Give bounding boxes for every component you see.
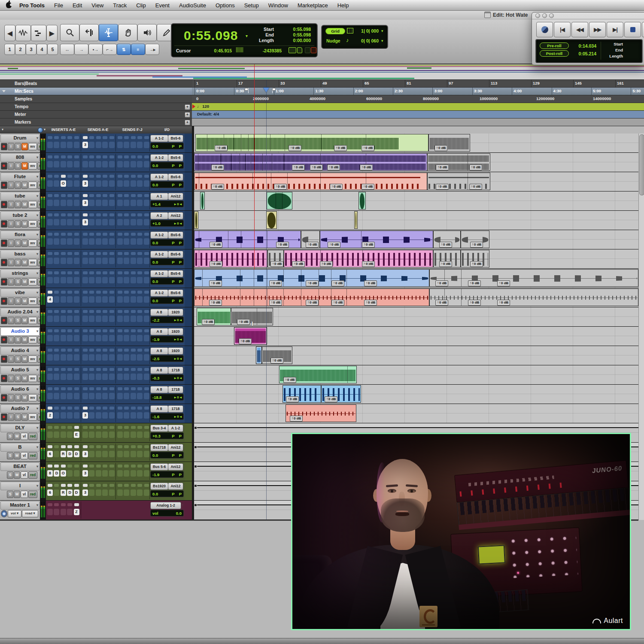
insert-slot[interactable] <box>74 470 79 477</box>
send-slot[interactable] <box>117 238 123 245</box>
record-enable-button[interactable] <box>1 298 7 305</box>
insert-slot[interactable] <box>47 335 53 341</box>
send-slot[interactable] <box>131 489 136 496</box>
pre-post-roll-icon[interactable] <box>311 47 316 53</box>
playhead-marker[interactable] <box>263 88 269 92</box>
insert-slot[interactable] <box>54 374 59 380</box>
close-icon[interactable] <box>535 13 540 18</box>
vertical-scrollbar[interactable] <box>638 134 644 520</box>
insert-slot[interactable] <box>54 219 59 225</box>
insert-slot[interactable] <box>61 219 66 225</box>
input-monitor-button[interactable]: I <box>8 298 14 305</box>
output-path-button[interactable]: A 2 <box>150 212 168 219</box>
send-slot[interactable] <box>89 258 94 264</box>
send-slot[interactable] <box>82 431 88 438</box>
record-enable-button[interactable] <box>1 317 7 324</box>
insert-slot[interactable] <box>47 431 53 438</box>
send-slot[interactable] <box>137 219 143 225</box>
clip-gain-badge[interactable]: ↑0 dB <box>269 280 282 286</box>
menu-item-track[interactable]: Track <box>113 2 127 9</box>
send-slot[interactable] <box>102 354 108 361</box>
clip-gain-badge[interactable]: ↑0 dB <box>469 184 482 190</box>
send-slot[interactable] <box>144 277 149 283</box>
send-slot[interactable] <box>137 161 143 167</box>
send-slot[interactable] <box>137 258 143 264</box>
send-slot[interactable] <box>144 219 149 225</box>
menu-item-file[interactable]: File <box>54 2 63 9</box>
insert-slot[interactable] <box>54 335 59 341</box>
insert-slot[interactable]: D <box>67 489 73 496</box>
insert-slot[interactable] <box>74 335 79 341</box>
path-up-icon[interactable]: ↑ <box>181 502 184 508</box>
menu-item-view[interactable]: View <box>91 2 103 9</box>
mute-button[interactable]: M <box>14 471 20 479</box>
scrollbar-thumb[interactable] <box>639 134 644 195</box>
zoom-preset-4[interactable]: 4 <box>36 44 47 55</box>
send-slot[interactable]: 3 <box>82 412 88 419</box>
solo-button[interactable]: S <box>15 355 21 363</box>
automation-mode-button[interactable]: red <box>28 433 37 440</box>
send-slot[interactable] <box>137 277 143 283</box>
track-name[interactable]: Audio 6▾ <box>0 385 39 394</box>
universe-view[interactable] <box>0 64 644 80</box>
insert-slot[interactable] <box>67 374 73 380</box>
send-slot[interactable] <box>124 470 129 477</box>
send-slot[interactable] <box>109 316 115 322</box>
send-slot[interactable] <box>137 354 143 361</box>
send-slot[interactable] <box>96 470 101 477</box>
record-enable-button[interactable] <box>1 182 7 189</box>
clip-gain-badge[interactable]: ↑0 dB <box>470 261 483 267</box>
zoom-window-icon[interactable] <box>549 13 554 18</box>
record-enable-button[interactable] <box>1 278 7 286</box>
send-slot[interactable] <box>137 431 143 438</box>
add-icon[interactable]: + <box>185 112 190 118</box>
audio-clip[interactable] <box>195 134 428 152</box>
volume-display[interactable]: 0.0PP <box>150 452 184 459</box>
output-path2-button[interactable]: 1920 <box>168 347 183 355</box>
clip-gain-badge[interactable]: ↑0 dB <box>209 280 222 286</box>
menu-item-setup[interactable]: Setup <box>244 2 259 9</box>
insert-slot[interactable] <box>47 219 53 225</box>
output-path-button[interactable]: A 1-2 <box>150 251 168 258</box>
track-view-button[interactable]: wv <box>28 413 37 421</box>
send-slot[interactable]: 3 <box>82 200 88 206</box>
mute-button[interactable]: M <box>21 336 28 343</box>
insert-slot[interactable] <box>67 238 73 245</box>
solo-button[interactable]: S <box>7 433 13 440</box>
clip-gain-badge[interactable]: ↑0 dB <box>210 242 222 248</box>
menu-item-clip[interactable]: Clip <box>136 2 146 9</box>
output-path-button[interactable]: A 1-2 <box>150 270 168 277</box>
insert-slot[interactable] <box>54 277 59 283</box>
insert-slot[interactable] <box>54 431 59 438</box>
meter-lane[interactable]: Default: 4/4 <box>192 111 644 118</box>
output-path2-button[interactable]: Ani12 <box>168 212 183 219</box>
mute-button[interactable]: M <box>21 240 28 247</box>
send-slot[interactable] <box>96 219 101 225</box>
track-view-button[interactable]: wv <box>28 375 37 382</box>
insert-slot[interactable] <box>54 412 59 419</box>
output-path-button[interactable]: Bus 5-6 <box>150 463 168 471</box>
ruler-tempo[interactable]: Tempo + <box>0 103 192 111</box>
automation-follows[interactable]: ⌐→ <box>103 44 117 55</box>
nudge-note-icon[interactable]: ♪ <box>346 37 349 43</box>
insert-slot[interactable]: 6 <box>47 451 53 457</box>
automation-mode-button[interactable]: red <box>28 491 37 498</box>
output-path-button[interactable]: A 1-2 <box>150 135 168 142</box>
send-slot[interactable] <box>117 142 123 148</box>
send-slot[interactable] <box>96 335 101 341</box>
send-slot[interactable] <box>102 374 108 380</box>
insert-slot[interactable]: 2 <box>47 412 53 419</box>
output-path-button[interactable]: Bs1718 <box>150 444 168 451</box>
ruler-meter[interactable]: Meter + <box>0 111 192 118</box>
insert-slot[interactable] <box>54 200 59 206</box>
clip-gain-badge[interactable]: ↑0 dB <box>468 300 481 306</box>
clip-gain-badge[interactable]: ↑0 dB <box>436 184 449 190</box>
volume-display[interactable]: 0.0PP <box>150 258 184 265</box>
mute-button[interactable]: M <box>21 220 28 228</box>
output-path2-button[interactable]: 1920 <box>168 309 183 316</box>
send-slot[interactable] <box>131 374 136 380</box>
output-path2-button[interactable]: Bs5-6 <box>168 173 183 181</box>
menu-item-options[interactable]: Options <box>216 2 235 9</box>
insertion-follows[interactable]: →▸ <box>145 44 159 55</box>
midi-zoom-icon[interactable] <box>31 25 46 41</box>
